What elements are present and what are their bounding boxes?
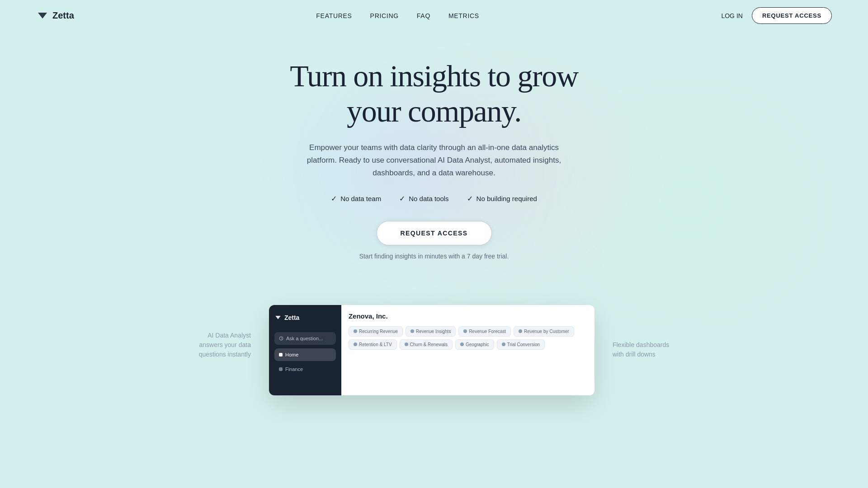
navbar: Zetta FEATURES PRICING FAQ METRICS LOG I… [0, 0, 868, 31]
tab-label-6: Churn & Renewals [410, 342, 448, 347]
hero-features: ✓ No data team ✓ No data tools ✓ No buil… [9, 194, 859, 203]
tab-label-1: Recurring Revenue [359, 329, 398, 334]
tab-label-2: Revenue Insights [416, 329, 451, 334]
tab-icon-8 [502, 343, 505, 346]
tab-label-3: Revenue Forecast [469, 329, 506, 334]
dashboard-label-right: Flexible dashboards with drill downs [613, 340, 669, 395]
tab-label-4: Revenue by Customer [524, 329, 569, 334]
dashboard-sidebar-logo: Zetta [274, 312, 336, 323]
dashboard-sidebar-home[interactable]: Home [274, 348, 336, 361]
svg-text:?: ? [280, 337, 282, 340]
dashboard-label-left: AI Data Analyst answers your data questi… [199, 331, 251, 395]
hero-request-access-button[interactable]: REQUEST ACCESS [377, 221, 492, 245]
nav-link-pricing[interactable]: PRICING [370, 12, 399, 19]
dashboard-tab-revenue-forecast[interactable]: Revenue Forecast [458, 326, 511, 337]
nav-right: LOG IN REQUEST ACCESS [721, 7, 832, 24]
sidebar-finance-label: Finance [285, 366, 303, 372]
nav-login-button[interactable]: LOG IN [721, 12, 742, 19]
sidebar-home-icon [279, 353, 283, 357]
dashboard-tab-revenue-insights[interactable]: Revenue Insights [406, 326, 456, 337]
nav-link-metrics[interactable]: METRICS [448, 12, 479, 19]
tab-icon-1 [354, 329, 357, 333]
nav-request-access-button[interactable]: REQUEST ACCESS [752, 7, 832, 24]
label-right-line1: Flexible dashboards [613, 341, 669, 348]
ask-icon: ? [279, 336, 283, 341]
dashboard-company-name: Zenova, Inc. [349, 312, 587, 320]
check-icon-2: ✓ [399, 194, 405, 203]
hero-feature-1: ✓ No data team [331, 194, 381, 203]
tab-icon-2 [410, 329, 414, 333]
dashboard-tab-trial-conversion[interactable]: Trial Conversion [497, 339, 545, 350]
nav-logo[interactable]: Zetta [36, 9, 74, 22]
hero-title: Turn on insights to grow your company. [276, 58, 592, 129]
tab-icon-5 [354, 343, 357, 346]
hero-feature-2-label: No data tools [409, 195, 448, 202]
tab-icon-3 [463, 329, 467, 333]
check-icon-1: ✓ [331, 194, 337, 203]
nav-links: FEATURES PRICING FAQ METRICS [316, 12, 479, 20]
hero-trial-text: Start finding insights in minutes with a… [9, 253, 859, 260]
tab-label-8: Trial Conversion [507, 342, 540, 347]
dashboard-tab-recurring-revenue[interactable]: Recurring Revenue [349, 326, 403, 337]
tab-icon-4 [519, 329, 522, 333]
dashboard-sidebar: Zetta ? Ask a question... Home Finance [269, 305, 341, 395]
dashboard-logo-icon [274, 314, 282, 321]
nav-link-faq[interactable]: FAQ [417, 12, 430, 19]
dashboard-tab-churn[interactable]: Churn & Renewals [400, 339, 453, 350]
dashboard-sidebar-logo-text: Zetta [284, 314, 299, 321]
hero-feature-2: ✓ No data tools [399, 194, 448, 203]
dashboard-tabs-row1: Recurring Revenue Revenue Insights Reven… [349, 326, 587, 337]
tab-label-5: Retention & LTV [359, 342, 392, 347]
label-right-line2: with drill downs [613, 351, 656, 358]
dashboard-tab-geographic[interactable]: Geographic [455, 339, 494, 350]
tab-label-7: Geographic [466, 342, 489, 347]
dashboard-tab-retention[interactable]: Retention & LTV [349, 339, 397, 350]
dashboard-main-content: Zenova, Inc. Recurring Revenue Revenue I… [341, 305, 594, 395]
dashboard-preview-section: AI Data Analyst answers your data questi… [0, 305, 868, 395]
dashboard-tab-revenue-by-customer[interactable]: Revenue by Customer [514, 326, 574, 337]
dashboard-tabs-row2: Retention & LTV Churn & Renewals Geograp… [349, 339, 587, 350]
tab-icon-6 [405, 343, 408, 346]
sidebar-home-label: Home [285, 352, 298, 357]
hero-feature-3-label: No building required [476, 195, 537, 202]
check-icon-3: ✓ [467, 194, 473, 203]
label-left-line3: questions instantly [199, 351, 251, 358]
label-left-line1: AI Data Analyst [208, 332, 251, 339]
ask-placeholder: Ask a question... [286, 336, 323, 341]
sidebar-finance-icon [279, 367, 283, 371]
dashboard-sidebar-finance[interactable]: Finance [274, 363, 336, 375]
dashboard-ask-question[interactable]: ? Ask a question... [274, 332, 336, 345]
hero-feature-1-label: No data team [340, 195, 381, 202]
dashboard-window: Zetta ? Ask a question... Home Finance [269, 305, 594, 395]
nav-link-features[interactable]: FEATURES [316, 12, 352, 19]
hero-section: Turn on insights to grow your company. E… [0, 31, 868, 278]
label-left-line2: answers your data [199, 341, 251, 348]
nav-logo-text: Zetta [52, 10, 74, 21]
tab-icon-7 [460, 343, 464, 346]
logo-icon [36, 9, 49, 22]
hero-feature-3: ✓ No building required [467, 194, 537, 203]
hero-subtitle: Empower your teams with data clarity thr… [298, 141, 570, 179]
